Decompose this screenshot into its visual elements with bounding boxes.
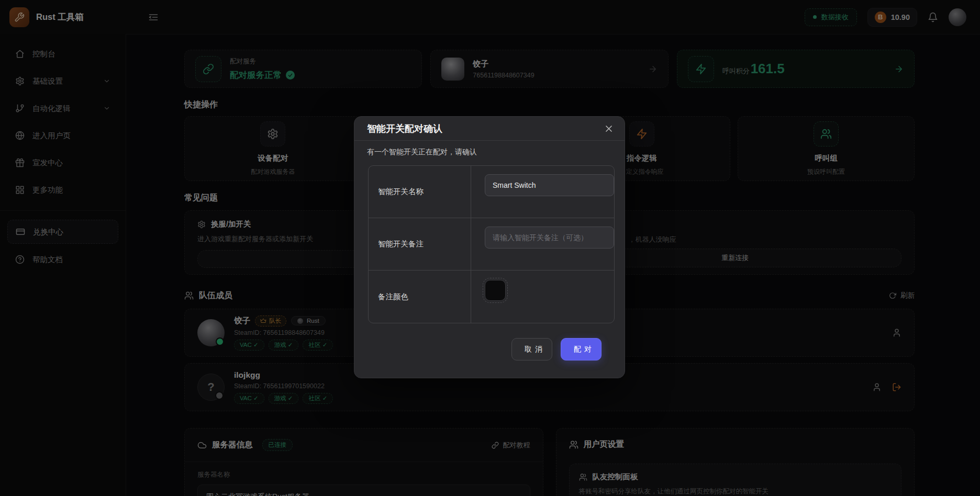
switch-remark-input[interactable] bbox=[485, 227, 614, 249]
cancel-button[interactable]: 取消 bbox=[511, 338, 552, 360]
app-window: Rust 工具箱 数据接收 B 10.90 控制台 bbox=[0, 0, 980, 496]
modal-subtitle: 有一个智能开关正在配对，请确认 bbox=[354, 141, 625, 157]
close-icon bbox=[604, 123, 614, 134]
modal-form-table: 智能开关名称 智能开关备注 备注颜色 bbox=[368, 165, 615, 323]
color-swatch[interactable] bbox=[485, 280, 506, 301]
cancel-button-label: 取消 bbox=[525, 345, 545, 354]
modal-actions: 取消 配对 bbox=[511, 338, 602, 360]
form-row-switch-name: 智能开关名称 bbox=[369, 166, 614, 218]
switch-name-input[interactable] bbox=[485, 174, 614, 196]
switch-remark-label: 智能开关备注 bbox=[369, 218, 471, 270]
form-row-switch-remark: 智能开关备注 bbox=[369, 218, 614, 270]
form-row-remark-color: 备注颜色 bbox=[369, 270, 614, 323]
modal-close-button[interactable] bbox=[604, 123, 614, 134]
switch-name-label: 智能开关名称 bbox=[369, 166, 471, 218]
pair-confirm-button-label: 配对 bbox=[574, 345, 595, 354]
smart-switch-pairing-modal: 智能开关配对确认 有一个智能开关正在配对，请确认 智能开关名称 智能开关备注 备… bbox=[354, 116, 625, 378]
pair-confirm-button[interactable]: 配对 bbox=[561, 338, 602, 360]
remark-color-label: 备注颜色 bbox=[369, 270, 471, 323]
modal-title: 智能开关配对确认 bbox=[367, 122, 442, 135]
modal-header: 智能开关配对确认 bbox=[354, 117, 625, 141]
